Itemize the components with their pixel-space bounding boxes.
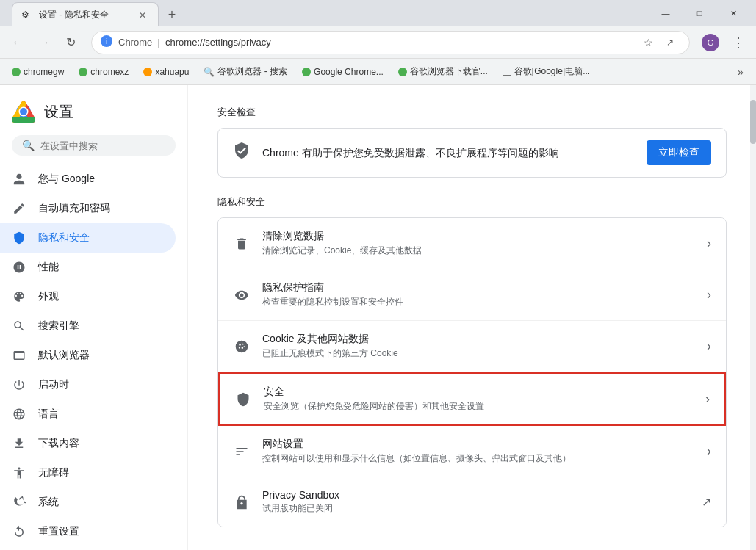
minimize-button[interactable]: — bbox=[649, 0, 683, 26]
svg-point-10 bbox=[239, 347, 240, 348]
lock-icon bbox=[233, 493, 251, 511]
tab-close-button[interactable]: ✕ bbox=[136, 9, 149, 22]
settings-item-security[interactable]: 安全 安全浏览（保护您免受危险网站的侵害）和其他安全设置 › bbox=[218, 372, 726, 426]
active-tab[interactable]: ⚙ 设置 - 隐私和安全 ✕ bbox=[12, 2, 159, 27]
bookmark-chromexz[interactable]: chromexz bbox=[73, 62, 134, 82]
item-content-site-settings: 网站设置 控制网站可以使用和显示什么信息（如位置信息、摄像头、弹出式窗口及其他） bbox=[262, 438, 695, 465]
title-bar: ⚙ 设置 - 隐私和安全 ✕ + — □ ✕ bbox=[0, 0, 756, 26]
sidebar-item-appearance[interactable]: 外观 bbox=[0, 282, 176, 311]
search-box[interactable]: 🔍 bbox=[12, 135, 176, 156]
svg-point-11 bbox=[242, 347, 244, 349]
security-icon: i bbox=[101, 35, 112, 49]
item-desc-cookies: 已阻止无痕模式下的第三方 Cookie bbox=[262, 347, 695, 360]
sidebar-item-performance[interactable]: 性能 bbox=[0, 253, 176, 282]
sliders-icon bbox=[233, 443, 251, 460]
item-content-security: 安全 安全浏览（保护您免受危险网站的侵害）和其他安全设置 bbox=[264, 386, 694, 413]
scrollbar-thumb[interactable] bbox=[750, 100, 756, 144]
bookmark-button[interactable]: ☆ bbox=[638, 32, 658, 53]
sidebar-label-appearance: 外观 bbox=[38, 290, 59, 303]
speed-icon bbox=[12, 260, 26, 275]
url-text: Chrome | chrome://settings/privacy bbox=[118, 37, 632, 48]
sidebar-label-performance: 性能 bbox=[38, 261, 59, 274]
browser-frame: ⚙ 设置 - 隐私和安全 ✕ + — □ ✕ ← → ↻ i bbox=[0, 0, 756, 550]
settings-list: 清除浏览数据 清除浏览记录、Cookie、缓存及其他数据 › 隐私保护指南 检查… bbox=[217, 217, 727, 527]
forward-button[interactable]: → bbox=[32, 31, 56, 54]
svg-point-6 bbox=[20, 108, 27, 115]
bookmark-chromegw[interactable]: chromegw bbox=[6, 62, 70, 82]
sidebar-item-accessibility[interactable]: 无障碍 bbox=[0, 458, 176, 488]
address-bar[interactable]: i Chrome | chrome://settings/privacy ☆ ↗ bbox=[91, 31, 690, 54]
sidebar-item-system[interactable]: 系统 bbox=[0, 488, 176, 517]
bookmarks-more-button[interactable]: » bbox=[731, 62, 750, 82]
sidebar-item-download[interactable]: 下载内容 bbox=[0, 429, 176, 458]
settings-item-cookies[interactable]: Cookie 及其他网站数据 已阻止无痕模式下的第三方 Cookie › bbox=[218, 321, 726, 372]
accessibility-icon bbox=[12, 466, 26, 480]
sidebar-item-language[interactable]: 语言 bbox=[0, 399, 176, 429]
refresh-button[interactable]: ↻ bbox=[59, 31, 82, 54]
item-title-privacy-guide: 隐私保护指南 bbox=[262, 281, 695, 294]
sidebar-label-startup: 启动时 bbox=[38, 378, 69, 391]
bookmark-google-pc[interactable]: ⎯⎯ 谷歌[Google]电脑... bbox=[497, 62, 596, 82]
share-button[interactable]: ↗ bbox=[660, 32, 680, 53]
sidebar-label-accessibility: 无障碍 bbox=[38, 466, 69, 480]
sidebar-item-browser[interactable]: 默认浏览器 bbox=[0, 341, 176, 370]
safety-check-description: Chrome 有助于保护您免受数据泄露、不良扩展程序等问题的影响 bbox=[262, 145, 635, 161]
sidebar-item-privacy[interactable]: 隐私和安全 bbox=[0, 223, 176, 253]
sidebar-header: 设置 bbox=[0, 91, 187, 135]
download-icon bbox=[12, 436, 26, 451]
item-desc-clear: 清除浏览记录、Cookie、缓存及其他数据 bbox=[262, 245, 695, 257]
back-button[interactable]: ← bbox=[6, 31, 29, 54]
safety-check-button[interactable]: 立即检查 bbox=[647, 140, 711, 165]
svg-point-7 bbox=[236, 340, 248, 352]
search-icon bbox=[12, 319, 26, 333]
new-tab-button[interactable]: + bbox=[162, 4, 182, 25]
svg-point-8 bbox=[239, 344, 241, 346]
sidebar-item-autofill[interactable]: 自动填充和密码 bbox=[0, 194, 176, 223]
search-input[interactable] bbox=[40, 140, 165, 151]
maximize-button[interactable]: □ bbox=[683, 0, 716, 26]
cookie-icon bbox=[233, 338, 251, 355]
power-icon bbox=[12, 377, 26, 392]
settings-item-privacy-sandbox[interactable]: Privacy Sandbox 试用版功能已关闭 ↗ bbox=[218, 477, 726, 527]
chevron-right-icon-5: › bbox=[707, 444, 711, 459]
safety-check-section-label: 安全检查 bbox=[217, 106, 727, 119]
sidebar-item-reset[interactable]: 重置设置 bbox=[0, 517, 176, 546]
settings-item-site-settings[interactable]: 网站设置 控制网站可以使用和显示什么信息（如位置信息、摄像头、弹出式窗口及其他）… bbox=[218, 426, 726, 477]
content-inner: 安全检查 Chrome 有助于保护您免受数据泄露、不良扩展程序等问题的影响 立即… bbox=[188, 85, 756, 542]
sidebar-label-autofill: 自动填充和密码 bbox=[38, 202, 110, 215]
menu-button[interactable]: ⋮ bbox=[727, 31, 750, 54]
close-button[interactable]: ✕ bbox=[716, 0, 750, 26]
chevron-right-icon-2: › bbox=[707, 287, 711, 303]
bookmark-chrome[interactable]: Google Chrome... bbox=[296, 62, 389, 82]
item-title-cookies: Cookie 及其他网站数据 bbox=[262, 333, 695, 346]
sidebar-label-system: 系统 bbox=[38, 496, 59, 509]
privacy-section-label: 隐私和安全 bbox=[217, 195, 727, 209]
sidebar-item-google[interactable]: 您与 Google bbox=[0, 164, 176, 194]
sidebar-label-browser: 默认浏览器 bbox=[38, 349, 90, 362]
chrome-logo bbox=[12, 100, 35, 123]
sidebar-label-download: 下载内容 bbox=[38, 437, 79, 450]
item-desc-privacy-guide: 检查重要的隐私控制设置和安全控件 bbox=[262, 296, 695, 308]
item-title-privacy-sandbox: Privacy Sandbox bbox=[262, 489, 690, 501]
item-desc-site-settings: 控制网站可以使用和显示什么信息（如位置信息、摄像头、弹出式窗口及其他） bbox=[262, 452, 695, 465]
svg-text:i: i bbox=[106, 37, 107, 46]
settings-item-privacy-guide[interactable]: 隐私保护指南 检查重要的隐私控制设置和安全控件 › bbox=[218, 269, 726, 321]
bookmark-xahuapu[interactable]: xahuapu bbox=[137, 62, 195, 82]
item-title-site-settings: 网站设置 bbox=[262, 438, 695, 451]
browser-icon bbox=[12, 348, 26, 363]
item-desc-security: 安全浏览（保护您免受危险网站的侵害）和其他安全设置 bbox=[264, 400, 694, 413]
wrench-icon bbox=[12, 495, 26, 510]
main-area: 设置 🔍 您与 Google bbox=[0, 85, 756, 550]
safety-check-card: Chrome 有助于保护您免受数据泄露、不良扩展程序等问题的影响 立即检查 bbox=[217, 128, 727, 178]
bookmark-download[interactable]: 谷歌浏览器下载官... bbox=[392, 62, 494, 82]
content-area: 安全检查 Chrome 有助于保护您免受数据泄露、不良扩展程序等问题的影响 立即… bbox=[188, 85, 756, 550]
scrollbar-track[interactable] bbox=[750, 85, 756, 550]
item-title-clear: 清除浏览数据 bbox=[262, 230, 695, 243]
chevron-right-icon-3: › bbox=[707, 339, 711, 354]
settings-item-clear-browsing[interactable]: 清除浏览数据 清除浏览记录、Cookie、缓存及其他数据 › bbox=[218, 218, 726, 269]
profile-button[interactable]: G bbox=[699, 31, 722, 54]
bookmark-search[interactable]: 🔍 谷歌浏览器 - 搜索 bbox=[198, 62, 293, 82]
settings-page-title: 设置 bbox=[44, 102, 73, 122]
sidebar-item-startup[interactable]: 启动时 bbox=[0, 370, 176, 399]
sidebar-item-search[interactable]: 搜索引擎 bbox=[0, 311, 176, 341]
